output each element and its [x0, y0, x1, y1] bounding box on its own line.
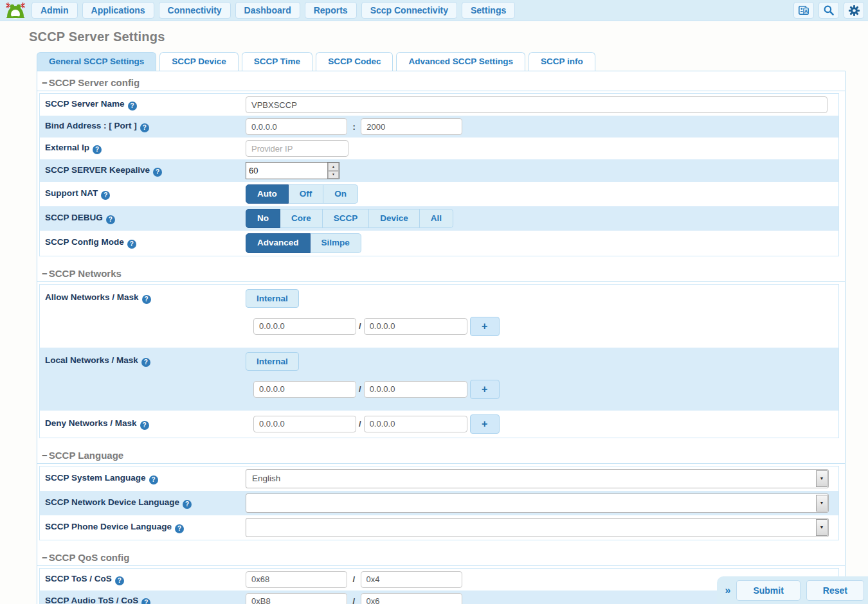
collapse-icon: −: [42, 269, 48, 278]
field-row-allow-networks: Allow Networks / Mask? Internal / +: [40, 285, 838, 348]
select-arrow-icon: ▼: [816, 519, 827, 536]
nav-item-sccp-connectivity[interactable]: Sccp Connectivity: [361, 2, 457, 19]
config-mode-simple-button[interactable]: Silmpe: [311, 233, 361, 253]
deny-network-mask-input[interactable]: [364, 416, 467, 432]
field-row-network-device-language: SCCP Network Device Language? ▼: [40, 491, 838, 515]
spin-up-button[interactable]: ▲: [328, 163, 339, 171]
external-ip-label: External Ip: [45, 143, 89, 152]
reset-button[interactable]: Reset: [806, 580, 864, 601]
help-icon[interactable]: ?: [140, 123, 149, 132]
sccp-debug-all-button[interactable]: All: [420, 209, 453, 228]
allow-add-button[interactable]: +: [470, 317, 500, 336]
bind-port-input[interactable]: [361, 118, 462, 135]
nav-item-admin[interactable]: Admin: [32, 2, 78, 19]
help-icon[interactable]: ?: [127, 240, 136, 249]
help-icon[interactable]: ?: [183, 500, 192, 509]
help-icon[interactable]: ?: [93, 145, 102, 154]
tab-sccp-time[interactable]: SCCP Time: [242, 52, 312, 71]
sccp-debug-core-button[interactable]: Core: [280, 209, 323, 228]
gear-icon[interactable]: [844, 2, 864, 19]
local-networks-label: Local Networks / Mask: [45, 355, 138, 365]
tab-sccp-device[interactable]: SCCP Device: [159, 52, 239, 71]
nav-item-reports[interactable]: Reports: [305, 2, 357, 19]
field-row-deny-networks: Deny Networks / Mask? / +: [40, 411, 838, 438]
phone-device-language-label: SCCP Phone Device Language: [45, 522, 172, 531]
local-add-button[interactable]: +: [470, 380, 500, 399]
collapse-panel-icon[interactable]: »: [725, 585, 731, 596]
section-toggle-networks[interactable]: − SCCP Networks: [37, 265, 845, 282]
deny-networks-label: Deny Networks / Mask: [45, 418, 137, 428]
local-internal-button[interactable]: Internal: [246, 352, 299, 371]
support-nat-off-button[interactable]: Off: [289, 184, 324, 204]
section-sccp-language: − SCCP Language SCCP System Language? En…: [37, 447, 845, 540]
local-network-ip-input[interactable]: [253, 381, 356, 398]
keepalive-label: SCCP SERVER Keepalive: [45, 165, 150, 175]
slash-separator: /: [359, 321, 361, 331]
local-network-mask-input[interactable]: [364, 381, 467, 398]
server-name-input[interactable]: [246, 96, 827, 113]
help-icon[interactable]: ?: [140, 421, 149, 430]
audio-cos-input[interactable]: [361, 593, 462, 604]
freepbx-logo[interactable]: [4, 1, 27, 19]
help-icon[interactable]: ?: [106, 215, 115, 224]
bind-address-ip-input[interactable]: [246, 118, 347, 135]
sccp-debug-device-button[interactable]: Device: [369, 209, 420, 228]
deny-add-button[interactable]: +: [470, 414, 500, 434]
help-icon[interactable]: ?: [101, 191, 110, 200]
support-nat-on-button[interactable]: On: [323, 184, 358, 204]
section-sccp-networks: − SCCP Networks Allow Networks / Mask? I…: [37, 265, 845, 438]
deny-network-ip-input[interactable]: [253, 416, 356, 432]
help-icon[interactable]: ?: [142, 295, 151, 304]
svg-text:A: A: [804, 8, 808, 14]
keepalive-input[interactable]: [246, 163, 327, 179]
collapse-icon: −: [42, 450, 48, 460]
select-arrow-icon: ▼: [816, 470, 827, 487]
tab-advanced-sccp-settings[interactable]: Advanced SCCP Settings: [396, 52, 525, 71]
section-toggle-server-config[interactable]: − SCCP Server config: [37, 74, 845, 91]
help-icon[interactable]: ?: [115, 576, 124, 585]
section-title: SCCP Networks: [49, 268, 122, 279]
allow-network-mask-input[interactable]: [364, 318, 467, 335]
nav-item-settings[interactable]: Settings: [462, 2, 515, 19]
section-title: SCCP QoS config: [49, 552, 130, 563]
allow-network-ip-input[interactable]: [253, 318, 356, 335]
submit-button[interactable]: Submit: [736, 580, 800, 601]
nav-item-connectivity[interactable]: Connectivity: [159, 2, 231, 19]
help-icon[interactable]: ?: [175, 524, 184, 533]
server-name-label: SCCP Server Name: [45, 99, 125, 109]
section-toggle-qos[interactable]: − SCCP QoS config: [37, 549, 845, 566]
network-device-language-select[interactable]: ▼: [246, 493, 829, 513]
spin-down-button[interactable]: ▼: [328, 171, 339, 179]
nav-item-dashboard[interactable]: Dashboard: [235, 2, 300, 19]
help-icon[interactable]: ?: [141, 358, 150, 367]
sccp-cos-input[interactable]: [361, 571, 462, 588]
language-icon[interactable]: A: [793, 2, 814, 19]
section-toggle-language[interactable]: − SCCP Language: [37, 447, 845, 464]
audio-tos-input[interactable]: [246, 593, 347, 604]
tab-sccp-info[interactable]: SCCP info: [529, 52, 595, 71]
tab-general-sccp-settings[interactable]: General SCCP Settings: [37, 52, 156, 71]
config-mode-label: SCCP Config Mode: [45, 237, 124, 247]
allow-internal-button[interactable]: Internal: [246, 289, 299, 308]
tab-sccp-codec[interactable]: SCCP Codec: [316, 52, 393, 71]
field-row-server-name: SCCP Server Name?: [40, 94, 838, 116]
sccp-tos-input[interactable]: [246, 571, 347, 588]
help-icon[interactable]: ?: [141, 598, 150, 604]
help-icon[interactable]: ?: [153, 168, 162, 177]
phone-device-language-select[interactable]: ▼: [246, 518, 829, 537]
external-ip-input[interactable]: [246, 140, 348, 157]
select-arrow-icon: ▼: [816, 495, 827, 511]
config-mode-advanced-button[interactable]: Advanced: [246, 233, 311, 253]
field-row-keepalive: SCCP SERVER Keepalive? ▲ ▼: [40, 159, 838, 182]
support-nat-auto-button[interactable]: Auto: [246, 184, 289, 204]
sccp-debug-no-button[interactable]: No: [246, 209, 280, 228]
field-row-sccp-debug: SCCP DEBUG? No Core SCCP Device All: [40, 206, 838, 231]
support-nat-label: Support NAT: [45, 188, 98, 198]
help-icon[interactable]: ?: [128, 102, 137, 111]
support-nat-toggle: Auto Off On: [246, 184, 358, 204]
system-language-select[interactable]: English ▼: [246, 469, 829, 488]
search-icon[interactable]: [818, 2, 839, 19]
sccp-debug-sccp-button[interactable]: SCCP: [323, 209, 370, 228]
help-icon[interactable]: ?: [149, 475, 158, 484]
nav-item-applications[interactable]: Applications: [82, 2, 154, 19]
